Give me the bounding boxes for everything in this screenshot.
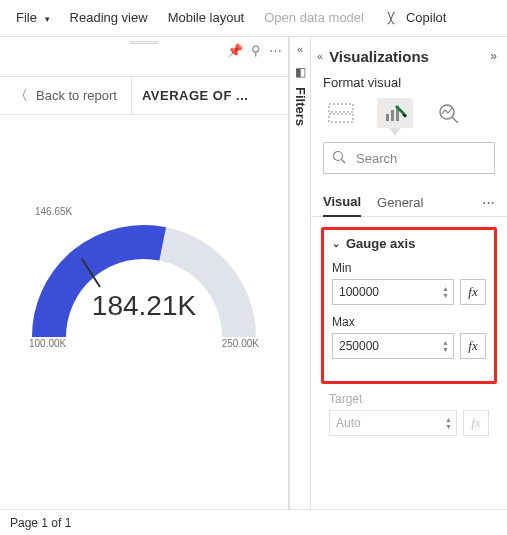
gauge-tick-label: 146.65K: [35, 206, 72, 217]
filters-label: Filters: [293, 87, 308, 126]
visual-header: 📌 ⚲ ⋯: [0, 37, 288, 77]
format-visual-icon[interactable]: [377, 98, 413, 128]
menu-file-label: File: [16, 10, 37, 25]
max-label: Max: [332, 315, 486, 329]
filter-icon[interactable]: ⚲: [251, 43, 261, 58]
target-input: Auto ▲▼: [329, 410, 457, 436]
svg-rect-3: [386, 114, 389, 121]
filters-rail[interactable]: « ◧ Filters: [289, 37, 311, 509]
gauge-max-label: 250.00K: [222, 338, 259, 349]
max-value: 250000: [339, 339, 379, 353]
min-input[interactable]: 100000 ▲▼: [332, 279, 454, 305]
report-column: 📌 ⚲ ⋯ 〈 Back to report AVERAGE OF ... 14…: [0, 37, 289, 509]
target-label: Target: [329, 392, 489, 406]
chevron-down-icon: ▾: [45, 14, 50, 24]
visualizations-title: Visualizations: [329, 48, 429, 65]
gauge-chart: 146.65K 184.21K 100.00K 250.00K: [0, 115, 288, 509]
visual-header-actions: 📌 ⚲ ⋯: [227, 43, 282, 58]
spinner-icon: ▲▼: [445, 416, 452, 430]
expand-right-icon[interactable]: »: [490, 49, 497, 63]
svg-point-9: [334, 151, 343, 160]
back-to-report-button[interactable]: 〈 Back to report: [0, 77, 131, 114]
svg-line-10: [342, 159, 346, 163]
tab-general[interactable]: General: [377, 189, 423, 216]
menu-copilot[interactable]: Copilot: [374, 9, 454, 27]
filters-icon: ◧: [295, 65, 306, 79]
format-search[interactable]: [323, 142, 495, 174]
gauge-axis-header[interactable]: ⌄ Gauge axis: [332, 236, 486, 251]
build-visual-icon[interactable]: [323, 98, 359, 128]
gauge-min-label: 100.00K: [29, 338, 66, 349]
svg-rect-2: [329, 114, 353, 122]
svg-line-8: [452, 117, 458, 123]
svg-rect-1: [329, 104, 353, 112]
menu-reading-view[interactable]: Reading view: [60, 10, 158, 25]
main-area: 📌 ⚲ ⋯ 〈 Back to report AVERAGE OF ... 14…: [0, 36, 507, 509]
search-icon: [332, 150, 346, 167]
top-toolbar: File ▾ Reading view Mobile layout Open d…: [0, 0, 507, 36]
analytics-icon[interactable]: [431, 98, 467, 128]
tab-visual[interactable]: Visual: [323, 188, 361, 217]
spinner-icon[interactable]: ▲▼: [442, 285, 449, 299]
menu-mobile-layout[interactable]: Mobile layout: [158, 10, 255, 25]
gauge-value: 184.21K: [29, 290, 259, 322]
gauge-svg: [29, 212, 259, 352]
gauge-axis-title: Gauge axis: [346, 236, 415, 251]
chevron-left-icon: 〈: [14, 87, 28, 105]
menu-file[interactable]: File ▾: [6, 10, 60, 25]
tabs-more-icon[interactable]: ⋯: [482, 195, 495, 210]
svg-rect-4: [391, 110, 394, 121]
format-mode-icons: [311, 98, 507, 138]
pin-icon[interactable]: 📌: [227, 43, 243, 58]
min-value: 100000: [339, 285, 379, 299]
collapse-right-icon[interactable]: «: [297, 43, 303, 55]
max-fx-button[interactable]: fx: [460, 333, 486, 359]
min-label: Min: [332, 261, 486, 275]
format-visual-title: Format visual: [311, 75, 507, 98]
target-fx-button: fx: [463, 410, 489, 436]
collapse-left-icon[interactable]: «: [317, 50, 323, 62]
visual-subheader: 〈 Back to report AVERAGE OF ...: [0, 77, 288, 115]
chevron-down-icon: ⌄: [332, 238, 340, 249]
back-to-report-label: Back to report: [36, 88, 117, 103]
more-icon[interactable]: ⋯: [269, 43, 282, 58]
gauge-axis-section: ⌄ Gauge axis Min 100000 ▲▼ fx Max 250000…: [321, 227, 497, 384]
min-fx-button[interactable]: fx: [460, 279, 486, 305]
format-tabs: Visual General ⋯: [311, 188, 507, 217]
visual-title: AVERAGE OF ...: [131, 77, 288, 114]
visualizations-header: « Visualizations »: [311, 37, 507, 75]
drag-handle-icon[interactable]: [130, 41, 158, 44]
target-value: Auto: [336, 416, 361, 430]
format-body: ⌄ Gauge axis Min 100000 ▲▼ fx Max 250000…: [311, 217, 507, 509]
search-input[interactable]: [354, 150, 507, 167]
status-bar: Page 1 of 1: [0, 509, 507, 535]
menu-open-data-model: Open data model: [254, 10, 374, 25]
spinner-icon[interactable]: ▲▼: [442, 339, 449, 353]
max-input[interactable]: 250000 ▲▼: [332, 333, 454, 359]
menu-copilot-label: Copilot: [406, 10, 446, 25]
page-status: Page 1 of 1: [10, 516, 71, 530]
copilot-icon: [382, 9, 400, 27]
visualizations-panel: « Visualizations » Format visual Visua: [311, 37, 507, 509]
